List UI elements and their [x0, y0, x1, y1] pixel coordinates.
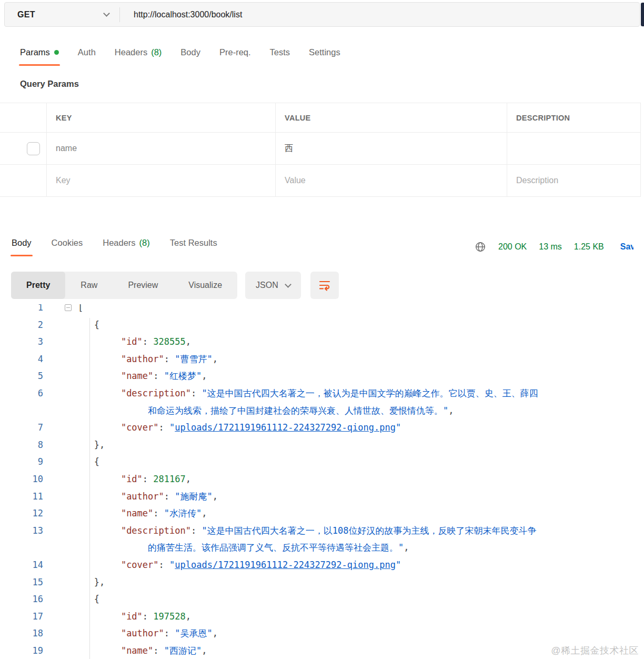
tab-auth[interactable]: Auth [78, 47, 96, 66]
tab-label: Headers [115, 47, 147, 57]
code-text: "author": "施耐庵", [78, 488, 218, 505]
code-text: "author": "吴承恩", [78, 625, 218, 642]
active-params-dot [54, 50, 59, 55]
tab-headers[interactable]: Headers(8) [103, 238, 150, 256]
code-lines: 1[2 {3 "id": 328555,4 "author": "曹雪芹",5 … [0, 304, 644, 659]
param-key-input[interactable]: name [46, 133, 275, 164]
tab-headers[interactable]: Headers(8) [115, 47, 162, 66]
line-number [0, 402, 46, 420]
fold-gutter [46, 522, 78, 540]
tab-tests[interactable]: Tests [270, 47, 290, 66]
watermark: @稀土掘金技术社区 [551, 644, 639, 657]
response-meta: 200 OK 13 ms 1.25 KB Save Response [475, 241, 633, 253]
tab-label: Body [180, 47, 200, 57]
query-params-table: KEY VALUE DESCRIPTION name 西 Key Value D… [0, 103, 641, 197]
code-line: 5 "name": "红楼梦", [0, 367, 644, 385]
tab-body[interactable]: Body [180, 47, 200, 66]
line-number: 1 [0, 304, 46, 316]
response-body-viewer: 1[2 {3 "id": 328555,4 "author": "曹雪芹",5 … [0, 304, 644, 659]
code-text: "description": "这是中国古代四大名著之一，被认为是中国文学的巅峰… [78, 385, 538, 402]
tab-pre-req-[interactable]: Pre-req. [219, 47, 251, 66]
line-number: 6 [0, 385, 46, 402]
line-number: 2 [0, 316, 46, 334]
view-tab-visualize[interactable]: Visualize [173, 272, 237, 299]
format-dropdown[interactable]: JSON [245, 272, 301, 299]
view-tab-preview[interactable]: Preview [113, 272, 173, 299]
code-text: { [78, 591, 99, 608]
tab-settings[interactable]: Settings [309, 47, 340, 66]
tab-label: Body [12, 238, 32, 248]
code-line: 2 { [0, 316, 644, 334]
code-line: 的痛苦生活。该作品强调了义气、反抗不平等待遇等社会主题。", [0, 539, 644, 556]
column-header-description: DESCRIPTION [507, 103, 641, 132]
tab-label: Tests [270, 47, 290, 57]
new-param-description-input[interactable]: Description [507, 165, 641, 196]
new-param-key-input[interactable]: Key [46, 165, 275, 196]
response-size: 1.25 KB [574, 242, 604, 252]
tab-params[interactable]: Params [20, 47, 59, 66]
code-line: 3 "id": 328555, [0, 333, 644, 351]
network-globe-icon[interactable] [475, 241, 486, 253]
tab-label: Test Results [170, 238, 217, 248]
line-number: 19 [0, 642, 46, 659]
fold-toggle-icon[interactable] [65, 304, 72, 311]
url-input[interactable]: http://localhost:3000/book/list [120, 10, 242, 19]
view-tab-raw[interactable]: Raw [65, 272, 113, 299]
code-line: 4 "author": "曹雪芹", [0, 351, 644, 368]
fold-gutter [46, 304, 78, 316]
code-line: 16 { [0, 591, 644, 608]
code-line: 18 "author": "吴承恩", [0, 625, 644, 642]
fold-gutter [46, 625, 78, 642]
fold-gutter [46, 367, 78, 385]
code-text: "author": "曹雪芹", [78, 351, 218, 368]
line-number: 11 [0, 488, 46, 505]
code-text: "cover": "uploads/1721191961112-22432729… [78, 419, 401, 436]
tab-count: (8) [139, 238, 150, 248]
fold-gutter [46, 488, 78, 505]
tab-body[interactable]: Body [12, 238, 32, 256]
code-text: 的痛苦生活。该作品强调了义气、反抗不平等待遇等社会主题。", [78, 539, 409, 556]
code-line: 12 "name": "水浒传", [0, 505, 644, 522]
line-number: 18 [0, 625, 46, 642]
code-text: "id": 197528, [78, 608, 191, 625]
cover-file-link[interactable]: uploads/1721191961112-224327292-qiong.pn… [175, 560, 396, 570]
save-response-button[interactable]: Save Response [620, 242, 633, 252]
chevron-down-icon [285, 281, 291, 288]
fold-gutter [46, 471, 78, 488]
fold-gutter [46, 351, 78, 368]
chevron-down-icon [103, 10, 110, 17]
new-param-value-input[interactable]: Value [275, 165, 507, 196]
param-checkbox[interactable] [27, 142, 40, 155]
response-header: BodyCookiesHeaders(8)Test Results 200 OK… [12, 238, 644, 263]
view-tab-pretty[interactable]: Pretty [11, 272, 65, 299]
format-label: JSON [256, 281, 278, 290]
table-row: name 西 [0, 133, 641, 165]
line-number: 16 [0, 591, 46, 608]
code-line: 13 "description": "这是中国古代四大名著之一，以108位好汉的… [0, 522, 644, 540]
line-number: 7 [0, 419, 46, 436]
code-text: "name": "水浒传", [78, 505, 207, 522]
code-line: 19 "name": "西游记", [0, 642, 644, 659]
checkbox-cell-empty [0, 165, 46, 196]
column-header-value: VALUE [275, 103, 507, 132]
method-selector[interactable]: GET [5, 3, 119, 26]
fold-gutter [46, 453, 78, 471]
tab-label: Auth [78, 47, 96, 57]
tab-label: Params [20, 47, 50, 57]
param-description-input[interactable] [507, 133, 641, 164]
view-mode-tabs: PrettyRawPreviewVisualize [11, 272, 237, 299]
query-params-title: Query Params [20, 79, 79, 89]
tab-cookies[interactable]: Cookies [52, 238, 83, 256]
code-line: 15 }, [0, 574, 644, 591]
code-line: 17 "id": 197528, [0, 608, 644, 625]
param-value-input[interactable]: 西 [275, 133, 507, 164]
response-view-bar: PrettyRawPreviewVisualize JSON [11, 272, 339, 299]
response-time: 13 ms [539, 242, 562, 252]
tab-test-results[interactable]: Test Results [170, 238, 217, 256]
code-text: "id": 328555, [78, 333, 191, 351]
fold-gutter [46, 556, 78, 574]
wrap-lines-button[interactable] [310, 272, 339, 299]
cover-file-link[interactable]: uploads/1721191961112-224327292-qiong.pn… [175, 422, 396, 433]
code-line: 8 }, [0, 436, 644, 454]
send-button-edge[interactable] [641, 3, 644, 26]
